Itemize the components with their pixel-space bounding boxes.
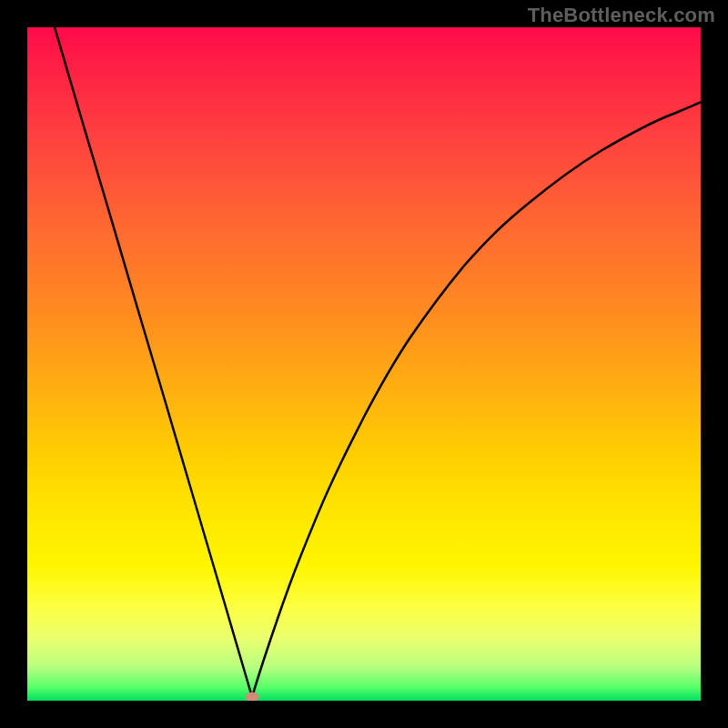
plot-area (27, 27, 701, 701)
watermark-text: TheBottleneck.com (528, 4, 715, 27)
bottleneck-curve (27, 27, 701, 701)
right-branch-path (252, 102, 701, 697)
left-branch-path (55, 27, 252, 697)
chart-frame: TheBottleneck.com (0, 0, 728, 728)
minimum-marker (246, 693, 258, 701)
